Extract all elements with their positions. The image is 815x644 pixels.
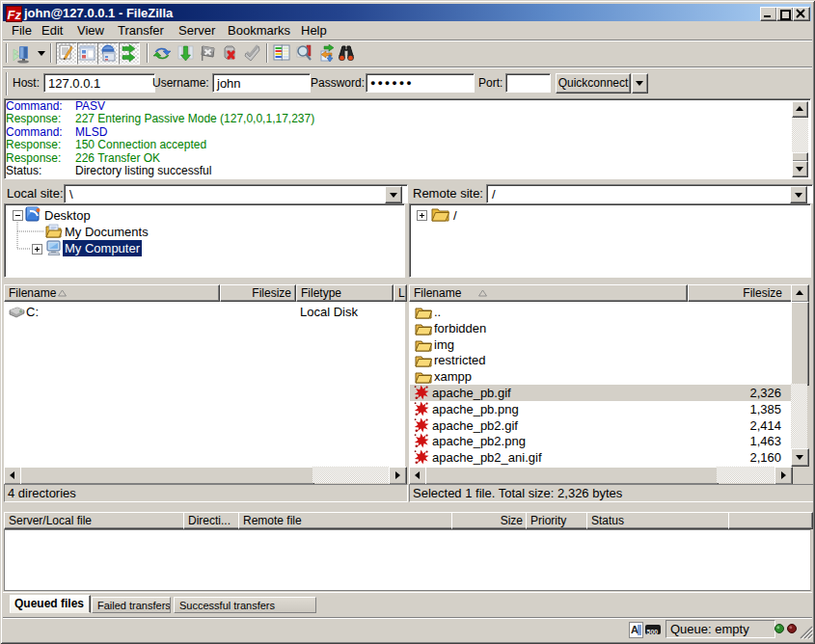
svg-text:500: 500 [647, 629, 659, 635]
svg-text:A: A [631, 624, 638, 635]
